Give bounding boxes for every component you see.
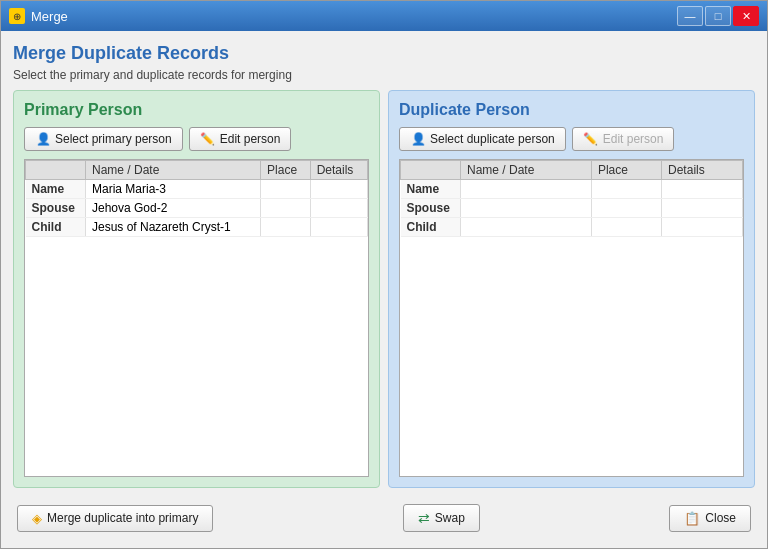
row-label: Spouse: [26, 199, 86, 218]
close-button[interactable]: 📋 Close: [669, 505, 751, 532]
row-name-date: [461, 199, 592, 218]
table-row: Spouse: [401, 199, 743, 218]
row-details: [662, 218, 743, 237]
duplicate-panel-title: Duplicate Person: [399, 101, 744, 119]
merge-dialog: ⊕ Merge — □ ✕ Merge Duplicate Records Se…: [0, 0, 768, 549]
row-label: Child: [401, 218, 461, 237]
edit-primary-button[interactable]: ✏️ Edit person: [189, 127, 292, 151]
primary-table: Name / Date Place Details Name Maria Mar…: [25, 160, 368, 237]
select-duplicate-button[interactable]: 👤 Select duplicate person: [399, 127, 566, 151]
primary-col-place: Place: [261, 161, 311, 180]
row-place: [261, 199, 311, 218]
primary-table-container: Name / Date Place Details Name Maria Mar…: [24, 159, 369, 477]
row-details: [310, 180, 367, 199]
swap-icon: ⇄: [418, 510, 430, 526]
row-details: [662, 180, 743, 199]
duplicate-col-label: [401, 161, 461, 180]
row-place: [591, 180, 661, 199]
row-label: Name: [401, 180, 461, 199]
primary-panel: Primary Person 👤 Select primary person ✏…: [13, 90, 380, 488]
edit-duplicate-icon: ✏️: [583, 131, 599, 147]
row-details: [310, 218, 367, 237]
row-details: [310, 199, 367, 218]
duplicate-col-name-date: Name / Date: [461, 161, 592, 180]
primary-col-details: Details: [310, 161, 367, 180]
edit-primary-icon: ✏️: [200, 131, 216, 147]
duplicate-panel-buttons: 👤 Select duplicate person ✏️ Edit person: [399, 127, 744, 151]
duplicate-table-body: Name Spouse: [401, 180, 743, 237]
maximize-button[interactable]: □: [705, 6, 731, 26]
table-row: Child Jesus of Nazareth Cryst-1: [26, 218, 368, 237]
edit-duplicate-button[interactable]: ✏️ Edit person: [572, 127, 675, 151]
row-name-date: [461, 218, 592, 237]
window-title: Merge: [31, 9, 68, 24]
primary-panel-title: Primary Person: [24, 101, 369, 119]
row-name-date: Maria Maria-3: [86, 180, 261, 199]
swap-button[interactable]: ⇄ Swap: [403, 504, 480, 532]
close-window-button[interactable]: ✕: [733, 6, 759, 26]
duplicate-table: Name / Date Place Details Name: [400, 160, 743, 237]
row-details: [662, 199, 743, 218]
table-row: Spouse Jehova God-2: [26, 199, 368, 218]
footer-bar: ◈ Merge duplicate into primary ⇄ Swap 📋 …: [13, 496, 755, 536]
close-doc-icon: 📋: [684, 511, 700, 526]
primary-panel-buttons: 👤 Select primary person ✏️ Edit person: [24, 127, 369, 151]
window-controls: — □ ✕: [677, 6, 759, 26]
table-row: Name: [401, 180, 743, 199]
select-primary-icon: 👤: [35, 131, 51, 147]
dialog-subtitle: Select the primary and duplicate records…: [13, 68, 755, 82]
minimize-button[interactable]: —: [677, 6, 703, 26]
row-name-date: Jesus of Nazareth Cryst-1: [86, 218, 261, 237]
row-label: Spouse: [401, 199, 461, 218]
row-place: [261, 218, 311, 237]
select-primary-button[interactable]: 👤 Select primary person: [24, 127, 183, 151]
primary-table-header: Name / Date Place Details: [26, 161, 368, 180]
row-place: [591, 199, 661, 218]
duplicate-panel: Duplicate Person 👤 Select duplicate pers…: [388, 90, 755, 488]
title-bar: ⊕ Merge — □ ✕: [1, 1, 767, 31]
merge-button[interactable]: ◈ Merge duplicate into primary: [17, 505, 213, 532]
row-place: [591, 218, 661, 237]
duplicate-table-header: Name / Date Place Details: [401, 161, 743, 180]
window-content: Merge Duplicate Records Select the prima…: [1, 31, 767, 548]
table-row: Child: [401, 218, 743, 237]
dialog-title: Merge Duplicate Records: [13, 43, 755, 64]
table-row: Name Maria Maria-3: [26, 180, 368, 199]
row-name-date: Jehova God-2: [86, 199, 261, 218]
select-duplicate-icon: 👤: [410, 131, 426, 147]
duplicate-table-container: Name / Date Place Details Name: [399, 159, 744, 477]
dialog-header: Merge Duplicate Records Select the prima…: [13, 43, 755, 82]
row-label: Name: [26, 180, 86, 199]
panels-container: Primary Person 👤 Select primary person ✏…: [13, 90, 755, 488]
row-label: Child: [26, 218, 86, 237]
primary-table-body: Name Maria Maria-3 Spouse Jehova God-2: [26, 180, 368, 237]
app-icon: ⊕: [9, 8, 25, 24]
row-name-date: [461, 180, 592, 199]
duplicate-col-details: Details: [662, 161, 743, 180]
primary-col-name-date: Name / Date: [86, 161, 261, 180]
primary-col-label: [26, 161, 86, 180]
duplicate-col-place: Place: [591, 161, 661, 180]
row-place: [261, 180, 311, 199]
merge-icon: ◈: [32, 511, 42, 526]
